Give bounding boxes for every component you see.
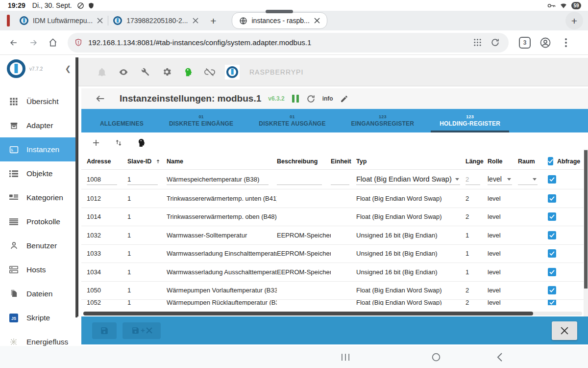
sentry-head-icon[interactable] bbox=[182, 66, 195, 79]
sidebar-item-dateien[interactable]: Dateien bbox=[0, 282, 77, 306]
adresse-input[interactable] bbox=[87, 174, 117, 185]
site-security-icon[interactable] bbox=[74, 38, 82, 47]
col-raum[interactable]: Raum bbox=[518, 158, 548, 165]
abfrage-checkbox[interactable] bbox=[548, 300, 556, 305]
col-rolle[interactable]: Rolle bbox=[488, 158, 518, 165]
register-row[interactable]: 10331Warmwasserladung Einschalttemperatu… bbox=[81, 245, 588, 263]
edit-pencil-icon[interactable] bbox=[340, 95, 348, 103]
back-button[interactable] bbox=[4, 33, 24, 53]
browser-tab-strip: IDM Luftwärmepu... 1739882205180-2... + … bbox=[0, 11, 588, 30]
close-tab-icon[interactable] bbox=[314, 18, 320, 24]
content-scrollbar[interactable] bbox=[77, 57, 78, 316]
tab-eingangsregister[interactable]: 123 EINGANGSREGISTER bbox=[339, 109, 427, 132]
sidebar-item-benutzer[interactable]: Benutzer bbox=[0, 234, 77, 258]
collapse-sidebar-icon[interactable]: ❮ bbox=[65, 64, 71, 73]
notifications-bell-icon[interactable] bbox=[96, 66, 108, 79]
url-text[interactable]: 192.168.1.134:8081/#tab-instances/config… bbox=[88, 38, 468, 47]
url-field[interactable]: 192.168.1.134:8081/#tab-instances/config… bbox=[68, 33, 509, 53]
save-and-close-button[interactable] bbox=[122, 322, 161, 339]
close-dialog-button[interactable] bbox=[552, 321, 577, 340]
visibility-eye-icon[interactable] bbox=[117, 66, 130, 79]
register-row[interactable]: 10121Trinkwassererwärmertemp. unten (B41… bbox=[81, 189, 588, 208]
chevron-down-icon bbox=[455, 178, 459, 181]
register-row[interactable]: 10141Trinkwassererwärmertemp. oben (B48)… bbox=[81, 208, 588, 227]
close-tab-icon[interactable] bbox=[97, 18, 103, 24]
beschreibung-input[interactable] bbox=[277, 174, 322, 185]
browser-tab-active[interactable]: instances - raspb... bbox=[232, 12, 327, 29]
sidebar-item-uebersicht[interactable]: Übersicht bbox=[0, 89, 77, 113]
tab-switcher-button[interactable]: 3 bbox=[515, 33, 534, 52]
horizontal-scrollbar-track[interactable] bbox=[83, 312, 582, 315]
name-input[interactable] bbox=[167, 174, 269, 185]
new-tab-button[interactable]: + bbox=[205, 12, 222, 29]
browser-tab-2[interactable]: 1739882205180-2... bbox=[108, 11, 203, 30]
info-label[interactable]: info bbox=[322, 95, 333, 102]
chevron-down-icon bbox=[507, 178, 511, 181]
tab-group-indicator[interactable] bbox=[7, 15, 10, 26]
dialog-footer bbox=[81, 316, 588, 344]
select-all-checkbox[interactable] bbox=[548, 157, 553, 165]
tab-allgemeines[interactable]: ALLGEMEINES bbox=[87, 109, 156, 132]
new-tab-button-right[interactable]: + bbox=[565, 12, 583, 29]
abfrage-checkbox[interactable] bbox=[548, 212, 556, 221]
abfrage-checkbox[interactable] bbox=[548, 249, 556, 258]
col-name[interactable]: Name bbox=[167, 158, 277, 165]
horizontal-scrollbar-thumb[interactable] bbox=[83, 312, 533, 315]
add-register-icon[interactable] bbox=[90, 137, 102, 149]
link-off-icon[interactable] bbox=[203, 66, 216, 79]
tab-holding-register[interactable]: 123 HOLDING-REGISTER bbox=[427, 109, 513, 132]
close-tab-icon[interactable] bbox=[193, 18, 198, 24]
dialog-back-icon[interactable] bbox=[95, 93, 106, 104]
sidebar-item-adapter[interactable]: Adapter bbox=[0, 113, 77, 137]
register-row-clipped[interactable]: 10521Wärmepumpen Rücklauftemperatur (B34… bbox=[81, 300, 588, 305]
save-button[interactable] bbox=[92, 322, 117, 339]
recents-button[interactable] bbox=[333, 346, 358, 368]
tab-diskrete-ausgaenge[interactable]: 01 DISKRETE AUSGÄNGE bbox=[246, 109, 338, 132]
col-slave-id[interactable]: Slave-ID bbox=[127, 158, 167, 165]
sidebar-item-instanzen[interactable]: Instanzen bbox=[0, 137, 77, 161]
settings-gear-icon[interactable] bbox=[160, 66, 173, 79]
typ-select[interactable]: Float (Big Endian Word Swap) bbox=[356, 174, 460, 185]
home-button-android[interactable] bbox=[424, 346, 448, 368]
col-einheit[interactable]: Einheit bbox=[331, 158, 356, 165]
sidebar-item-hosts[interactable]: Hosts bbox=[0, 258, 77, 282]
register-row[interactable]: 10341Warmwasserladung Ausschalttemperatu… bbox=[81, 263, 588, 282]
hosts-icon bbox=[8, 266, 19, 273]
sidebar-item-kategorien[interactable]: Kategorien bbox=[0, 185, 77, 210]
tab-drag-handle[interactable] bbox=[266, 10, 293, 13]
laenge-input[interactable] bbox=[466, 174, 480, 185]
restart-instance-icon[interactable] bbox=[306, 94, 316, 104]
sidebar-item-protokolle[interactable]: Protokolle bbox=[0, 210, 77, 234]
reload-icon[interactable] bbox=[486, 34, 504, 52]
rolle-select[interactable]: level bbox=[488, 174, 512, 185]
import-export-icon[interactable] bbox=[113, 137, 124, 149]
register-row[interactable]: 10321Warmwasser-SolltemperaturEEPROM-Spe… bbox=[81, 226, 588, 245]
abfrage-checkbox[interactable] bbox=[548, 175, 556, 184]
browser-menu-icon[interactable] bbox=[557, 33, 575, 52]
sidebar-item-skripte[interactable]: JS Skripte bbox=[0, 306, 77, 330]
apps-grid-icon[interactable] bbox=[468, 34, 486, 52]
sidebar-item-objekte[interactable]: Objekte bbox=[0, 161, 77, 185]
home-button[interactable] bbox=[43, 33, 63, 53]
browser-tab-1[interactable]: IDM Luftwärmepu... bbox=[15, 11, 108, 30]
abfrage-checkbox[interactable] bbox=[548, 194, 556, 203]
col-typ[interactable]: Typ bbox=[356, 158, 466, 165]
wrench-icon[interactable] bbox=[139, 66, 151, 79]
forward-button[interactable] bbox=[24, 33, 43, 53]
abfrage-checkbox[interactable] bbox=[548, 268, 556, 276]
slave-id-input[interactable] bbox=[127, 174, 158, 185]
vertical-scrollbar-thumb[interactable] bbox=[584, 150, 588, 289]
abfrage-checkbox[interactable] bbox=[548, 231, 556, 239]
col-adresse[interactable]: Adresse bbox=[87, 158, 127, 165]
col-beschreibung[interactable]: Beschreibung bbox=[277, 158, 331, 165]
ai-head-icon[interactable] bbox=[135, 137, 147, 149]
tab-diskrete-eingaenge[interactable]: 01 DISKRETE EINGÄNGE bbox=[156, 109, 246, 132]
pause-instance-icon[interactable] bbox=[292, 94, 299, 103]
back-button-android[interactable] bbox=[488, 346, 512, 368]
abfrage-checkbox[interactable] bbox=[548, 286, 556, 294]
profile-avatar[interactable] bbox=[536, 33, 555, 52]
einheit-input[interactable] bbox=[331, 174, 349, 185]
raum-select[interactable] bbox=[518, 174, 538, 185]
register-row[interactable]: 10501Wärmepumpen Vorlauftemperatur (B33)… bbox=[81, 282, 588, 300]
col-laenge[interactable]: Länge bbox=[466, 158, 488, 165]
